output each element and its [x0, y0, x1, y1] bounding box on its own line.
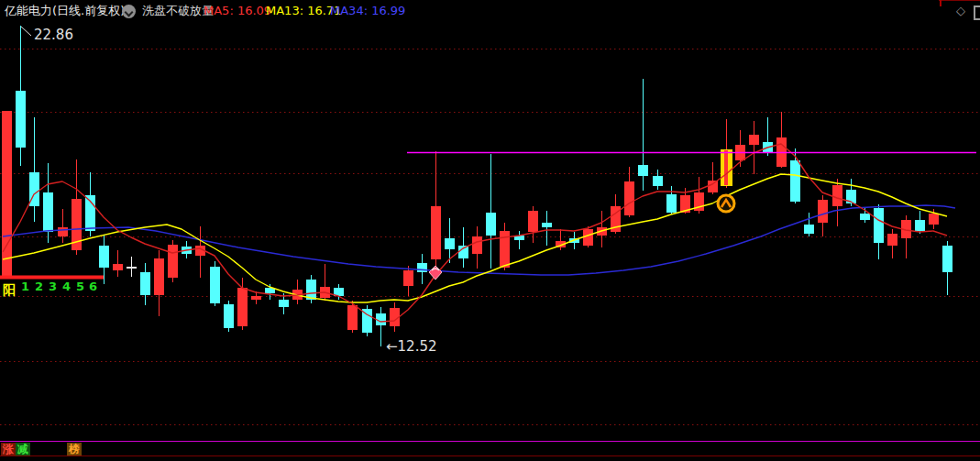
candle-body	[279, 300, 289, 307]
clipped-corner-icon[interactable]	[974, 5, 980, 20]
candle-body	[790, 160, 800, 202]
tab-ranking[interactable]: 榜	[67, 443, 82, 456]
yang-label: 阳	[3, 282, 16, 297]
candle-body	[860, 214, 870, 220]
candle-body	[942, 246, 952, 272]
candle-body	[832, 185, 842, 206]
candle-body	[929, 214, 939, 225]
divider	[0, 456, 980, 456]
candle-body	[445, 238, 455, 249]
candle-body	[251, 296, 261, 300]
candle-body	[224, 304, 234, 328]
candle-body	[542, 223, 552, 227]
candle-body	[472, 236, 482, 254]
candlestick-chart-area[interactable]: 123456阳22.86←12.52	[0, 0, 980, 461]
candle-body	[749, 135, 759, 145]
candle-body	[140, 272, 150, 295]
annotation-tick	[21, 27, 31, 36]
diamond-icon[interactable]: ◇	[956, 3, 965, 19]
candle-body	[624, 181, 634, 215]
candle-body	[168, 245, 178, 278]
indicator-number: 6	[89, 280, 97, 293]
candle-body	[583, 229, 593, 246]
candle-body	[915, 220, 925, 231]
divider	[0, 441, 980, 442]
pink-diamond-marker	[429, 266, 442, 280]
price-annotation: 22.86	[34, 27, 73, 43]
candle-body	[653, 176, 663, 186]
candle-body	[237, 288, 248, 326]
candle-body	[347, 305, 358, 330]
indicator-number: 3	[49, 280, 57, 293]
candle-body	[154, 258, 164, 295]
tab-rise[interactable]: 涨	[1, 443, 16, 456]
frame-mark	[939, 0, 980, 1]
candle-body	[417, 263, 427, 272]
title-bar: 亿能电力(日线.前复权) 洗盘不破放量 MA5: 16.09 MA13: 16.…	[0, 0, 980, 22]
candle-body	[528, 211, 538, 232]
ma5-label: MA5: 16.09	[204, 3, 271, 19]
price-annotation: ←12.52	[386, 338, 437, 355]
candle-body	[403, 270, 413, 286]
candle-body	[486, 213, 496, 236]
ma34-label: MA34: 16.99	[330, 3, 405, 19]
tab-fall[interactable]: 减	[16, 443, 30, 456]
frame-mark	[940, 0, 941, 6]
indicator-number: 2	[35, 280, 43, 293]
chevron-down-icon[interactable]	[122, 5, 136, 18]
candle-body	[887, 234, 897, 246]
candle-body	[666, 194, 677, 213]
candle-body	[58, 227, 68, 236]
candle-body	[99, 246, 109, 268]
candle-body	[818, 200, 828, 223]
indicator-number: 4	[62, 280, 71, 293]
candle-body	[43, 192, 53, 232]
indicator-number: 1	[21, 280, 29, 293]
candle-body	[724, 150, 728, 185]
candle-body	[638, 165, 648, 176]
candle-body	[113, 264, 123, 270]
candle-body	[210, 267, 220, 303]
indicator-number: 5	[76, 280, 84, 293]
stock-title: 亿能电力(日线.前复权)	[5, 3, 125, 19]
candlestick-chart-svg[interactable]: 123456阳22.86←12.52	[0, 0, 980, 461]
candle-body	[16, 91, 26, 148]
candle-body	[804, 225, 814, 234]
candle-body	[431, 206, 441, 259]
candle-body	[874, 208, 884, 243]
candle-body	[708, 181, 718, 192]
